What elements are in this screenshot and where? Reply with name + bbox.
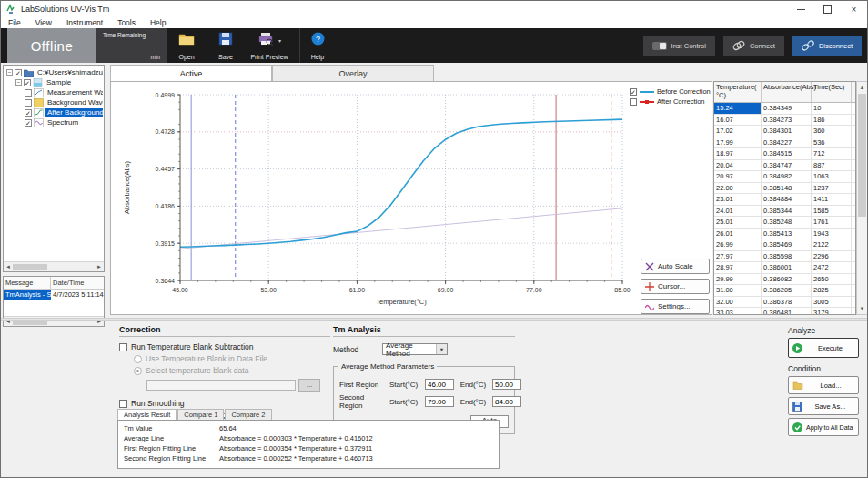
table-cell[interactable]: 0.385248 xyxy=(762,217,812,228)
table-cell[interactable]: 1237 xyxy=(812,183,852,194)
tree-item[interactable]: ✓After Background Cor xyxy=(5,107,103,117)
menu-tools[interactable]: Tools xyxy=(110,18,143,27)
table-cell[interactable]: 0.384301 xyxy=(762,126,812,137)
second-region-end-input[interactable] xyxy=(492,396,521,407)
table-cell[interactable]: 17.99 xyxy=(714,137,762,148)
table-row[interactable]: 26.010.3854131943 xyxy=(714,229,855,240)
datetime-cell[interactable]: 4/7/2023 5:11:14... xyxy=(51,290,104,300)
tree-item-checkbox[interactable] xyxy=(25,89,32,97)
table-column-header[interactable]: Time(Sec) xyxy=(812,82,852,102)
maximize-button[interactable] xyxy=(814,1,841,17)
table-cell[interactable]: 20.04 xyxy=(714,160,762,171)
tree-item[interactable]: Measurement Waveler xyxy=(5,87,103,97)
table-row[interactable]: 29.990.3860822650 xyxy=(714,274,855,286)
scroll-down-icon[interactable]: ▼ xyxy=(857,303,867,314)
table-cell[interactable]: 0.384884 xyxy=(762,194,812,205)
menu-view[interactable]: View xyxy=(28,18,59,27)
table-cell[interactable]: 29.99 xyxy=(714,274,762,285)
table-cell[interactable]: 0.384349 xyxy=(762,103,812,114)
table-cell[interactable]: 0.385413 xyxy=(762,229,812,239)
tree-item-checkbox[interactable]: ✓ xyxy=(24,79,31,86)
table-cell[interactable]: 0.385469 xyxy=(762,239,812,250)
table-row[interactable]: 20.970.3849821063 xyxy=(714,171,855,183)
table-cell[interactable]: 0.385598 xyxy=(762,251,812,262)
table-cell[interactable]: 1585 xyxy=(812,206,852,217)
splitter[interactable] xyxy=(1,318,868,321)
table-row[interactable]: 25.010.3852481761 xyxy=(714,217,855,229)
table-cell[interactable]: 17.02 xyxy=(714,126,762,137)
load-condition-button[interactable]: Load... xyxy=(788,376,859,394)
table-cell[interactable]: 27.97 xyxy=(714,251,762,262)
table-row[interactable]: 15.240.38434910 xyxy=(714,103,855,115)
table-row[interactable]: 16.070.384273186 xyxy=(714,115,855,127)
first-region-start-input[interactable] xyxy=(425,379,454,390)
result-tab-analysis-result[interactable]: Analysis Result xyxy=(117,409,177,420)
disconnect-button[interactable]: Disconnect xyxy=(792,36,862,56)
tree-item-checkbox[interactable]: ✓ xyxy=(25,109,32,117)
table-cell[interactable]: 360 xyxy=(812,126,852,137)
expander-icon[interactable]: − xyxy=(15,79,22,86)
table-cell[interactable]: 887 xyxy=(812,160,852,171)
table-cell[interactable]: 0.385148 xyxy=(762,183,812,194)
table-cell[interactable]: 2296 xyxy=(812,251,852,262)
tree-item[interactable]: −✓C:¥Users¥shimadzu¥Desktop¥ xyxy=(5,67,103,77)
tree-item-checkbox[interactable] xyxy=(25,99,32,107)
scroll-thumb[interactable] xyxy=(858,94,866,217)
table-cell[interactable]: 1411 xyxy=(812,194,852,205)
scroll-up-icon[interactable]: ▲ xyxy=(857,82,867,93)
browse-button[interactable]: ... xyxy=(298,379,320,392)
table-cell[interactable]: 23.01 xyxy=(714,194,762,205)
table-cell[interactable]: 26.01 xyxy=(714,229,762,239)
table-row[interactable]: 26.990.3854692122 xyxy=(714,239,855,251)
table-cell[interactable]: 536 xyxy=(812,137,852,148)
table-cell[interactable]: 0.386001 xyxy=(762,262,812,273)
message-cell[interactable]: TmAnalysis - St... xyxy=(4,290,51,300)
auto-scale-button[interactable]: Auto Scale xyxy=(641,259,710,274)
table-cell[interactable]: 2825 xyxy=(812,285,852,296)
table-cell[interactable]: 26.99 xyxy=(714,239,762,250)
table-cell[interactable]: 10 xyxy=(812,103,852,114)
table-cell[interactable]: 20.97 xyxy=(714,171,762,182)
table-row[interactable]: 17.020.384301360 xyxy=(714,126,855,137)
apply-to-all-data-button[interactable]: Apply to All Data xyxy=(788,418,859,436)
scroll-thumb[interactable] xyxy=(13,264,47,270)
table-cell[interactable]: 31.00 xyxy=(714,285,762,296)
table-column-header[interactable]: Absorbance(Abs) xyxy=(762,82,812,102)
message-column-header[interactable]: Message xyxy=(4,277,51,289)
table-cell[interactable]: 0.384747 xyxy=(762,160,812,171)
table-row[interactable]: 22.000.3851481237 xyxy=(714,183,855,195)
table-row[interactable]: 20.040.384747887 xyxy=(714,160,855,172)
table-cell[interactable]: 15.24 xyxy=(714,103,762,114)
scroll-right-icon[interactable]: ► xyxy=(95,264,104,270)
tree-item-checkbox[interactable]: ✓ xyxy=(25,119,32,127)
table-cell[interactable]: 28.97 xyxy=(714,262,762,273)
table-cell[interactable]: 0.386205 xyxy=(762,285,812,296)
tab-overlay[interactable]: Overlay xyxy=(272,65,434,81)
save-as-condition-button[interactable]: Save As... xyxy=(788,397,859,415)
table-cell[interactable]: 16.07 xyxy=(714,115,762,126)
tree-item[interactable]: ✓Spectrum xyxy=(5,117,103,127)
dropdown-icon[interactable]: ▼ xyxy=(436,344,447,354)
first-region-end-input[interactable] xyxy=(492,379,521,390)
print-preview-dropdown-icon[interactable]: ▾ xyxy=(278,37,281,44)
result-tab-compare-1[interactable]: Compare 1 xyxy=(177,409,224,420)
tree-item[interactable]: Background Waveleng xyxy=(5,97,103,107)
table-row[interactable]: 33.030.3864813179 xyxy=(714,308,855,315)
table-cell[interactable]: 2472 xyxy=(812,262,852,273)
message-row[interactable]: TmAnalysis - St... 4/7/2023 5:11:14... xyxy=(4,290,104,300)
tree-item[interactable]: −✓Sample xyxy=(5,77,103,87)
blank-data-path-input[interactable] xyxy=(146,380,296,391)
table-cell[interactable]: 32.00 xyxy=(714,297,762,308)
table-cell[interactable]: 0.386082 xyxy=(762,274,812,285)
table-row[interactable]: 27.970.3855982296 xyxy=(714,251,855,263)
menu-instrument[interactable]: Instrument xyxy=(59,18,110,27)
cursor-button[interactable]: Cursor... xyxy=(641,279,710,294)
table-row[interactable]: 32.000.3863783005 xyxy=(714,297,855,309)
table-cell[interactable]: 186 xyxy=(812,115,852,126)
second-region-start-input[interactable] xyxy=(425,396,454,407)
table-cell[interactable]: 22.00 xyxy=(714,183,762,194)
table-cell[interactable]: 1943 xyxy=(812,229,852,239)
help-button[interactable]: ? Help xyxy=(301,31,334,60)
datetime-column-header[interactable]: Date/Time xyxy=(51,277,104,289)
table-cell[interactable]: 712 xyxy=(812,148,852,159)
